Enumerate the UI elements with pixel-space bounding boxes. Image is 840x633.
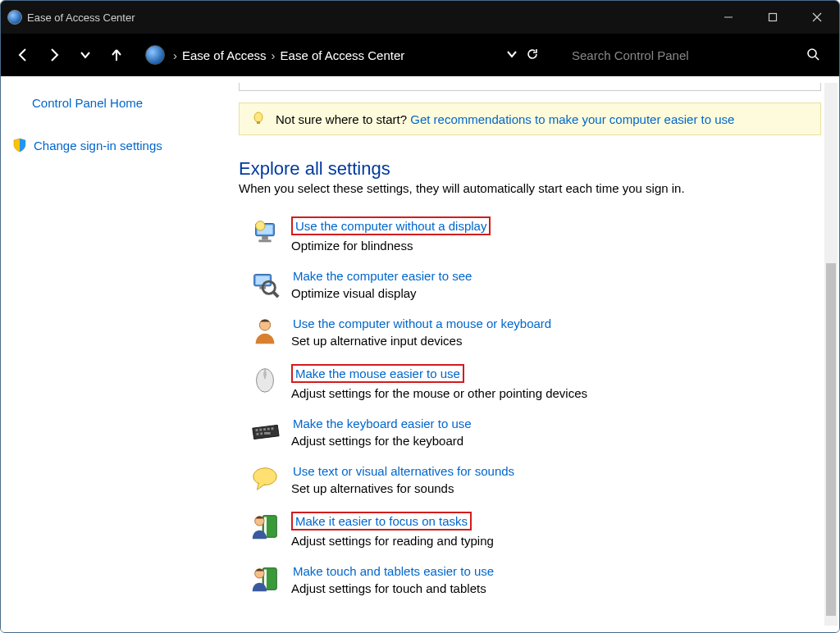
hint-text: Not sure where to start? Get recommendat… (276, 112, 734, 126)
recommendations-bar: Not sure where to start? Get recommendat… (239, 102, 821, 135)
personbook-icon (249, 562, 281, 595)
setting-description: Optimize for blindness (291, 239, 491, 253)
sidebar-home-label: Control Panel Home (32, 96, 143, 110)
setting-text: Make it easier to focus on tasksAdjust s… (291, 510, 494, 548)
svg-rect-7 (257, 121, 260, 124)
setting-description: Adjust settings for reading and typing (291, 534, 494, 548)
setting-description: Set up alternatives for sounds (291, 481, 516, 495)
svg-rect-1 (769, 14, 777, 21)
svg-rect-11 (258, 239, 271, 242)
explore-heading: Explore all settings (239, 158, 821, 180)
sidebar-change-signin-label: Change sign-in settings (34, 139, 162, 153)
setting-link[interactable]: Make the mouse easier to use (291, 364, 464, 383)
setting-link[interactable]: Make it easier to focus on tasks (291, 512, 472, 531)
setting-link[interactable]: Use text or visual alternatives for soun… (291, 464, 516, 478)
search-input[interactable]: Search Control Panel (560, 39, 831, 71)
person-icon (249, 315, 281, 348)
setting-link[interactable]: Use the computer without a display (291, 216, 491, 235)
setting-item: Use the computer without a displayOptimi… (239, 208, 821, 261)
vertical-scrollbar[interactable] (824, 83, 838, 626)
titlebar: Ease of Access Center (1, 1, 839, 34)
back-button[interactable] (9, 41, 37, 69)
setting-link[interactable]: Make touch and tablets easier to use (291, 564, 495, 578)
forward-button[interactable] (40, 41, 68, 69)
lightbulb-icon (251, 112, 266, 126)
minimize-button[interactable] (706, 1, 751, 34)
setting-text: Use the computer without a displayOptimi… (291, 215, 491, 253)
app-icon (7, 10, 22, 25)
setting-link[interactable]: Make the keyboard easier to use (291, 417, 473, 430)
svg-line-5 (815, 57, 819, 60)
svg-point-21 (263, 371, 267, 378)
address-bar[interactable]: › Ease of Access › Ease of Access Center (134, 39, 557, 71)
keyboard-icon (249, 415, 281, 448)
location-icon (145, 45, 165, 65)
address-dropdown-button[interactable] (506, 48, 518, 62)
up-button[interactable] (103, 41, 130, 69)
refresh-button[interactable] (526, 48, 539, 63)
setting-description: Adjust settings for the mouse or other p… (291, 386, 587, 400)
scrollbar-thumb[interactable] (826, 263, 836, 616)
setting-description: Adjust settings for the keyboard (291, 434, 473, 448)
svg-rect-28 (260, 432, 262, 435)
svg-rect-23 (259, 429, 262, 431)
setting-description: Set up alternative input devices (291, 334, 553, 348)
svg-point-12 (256, 221, 265, 230)
setting-text: Make the mouse easier to useAdjust setti… (291, 362, 587, 400)
svg-rect-29 (264, 432, 271, 435)
breadcrumb-ease-of-access[interactable]: Ease of Access (182, 48, 267, 62)
svg-rect-14 (256, 276, 270, 285)
display-icon (249, 215, 281, 248)
svg-rect-27 (257, 433, 259, 435)
sidebar: Control Panel Home Change sign-in settin… (1, 76, 231, 632)
setting-text: Use the computer without a mouse or keyb… (291, 315, 553, 348)
setting-item: Make the computer easier to seeOptimize … (239, 261, 821, 308)
breadcrumb-chevron-icon: › (272, 48, 276, 62)
settings-list: Use the computer without a displayOptimi… (239, 208, 821, 603)
setting-description: Optimize visual display (291, 286, 473, 300)
search-placeholder: Search Control Panel (572, 48, 806, 62)
setting-text: Make touch and tablets easier to useAdju… (291, 562, 495, 595)
setting-item: Make touch and tablets easier to useAdju… (239, 556, 821, 603)
sidebar-change-signin[interactable]: Change sign-in settings (12, 134, 226, 156)
close-button[interactable] (795, 1, 839, 34)
svg-rect-22 (256, 429, 258, 431)
setting-item: Make the mouse easier to useAdjust setti… (239, 356, 821, 408)
search-icon[interactable] (806, 48, 819, 63)
setting-text: Use text or visual alternatives for soun… (291, 462, 516, 495)
personbook-icon (249, 510, 281, 543)
mouse-icon (249, 362, 281, 395)
svg-rect-10 (262, 236, 268, 240)
recent-dropdown-button[interactable] (71, 41, 99, 69)
setting-item: Make the keyboard easier to useAdjust se… (239, 408, 821, 456)
setting-item: Use the computer without a mouse or keyb… (239, 308, 821, 356)
setting-item: Use text or visual alternatives for soun… (239, 456, 821, 503)
navbar: › Ease of Access › Ease of Access Center… (1, 34, 839, 76)
recommendations-link[interactable]: Get recommendations to make your compute… (410, 112, 734, 126)
svg-point-6 (254, 112, 262, 122)
maximize-button[interactable] (751, 1, 795, 34)
svg-point-4 (808, 49, 816, 57)
setting-text: Make the keyboard easier to useAdjust se… (291, 415, 473, 448)
shield-icon (12, 138, 27, 153)
quick-access-box (239, 83, 821, 91)
hint-prefix: Not sure where to start? (276, 112, 410, 126)
setting-text: Make the computer easier to seeOptimize … (291, 267, 473, 300)
svg-point-30 (253, 468, 277, 485)
setting-link[interactable]: Make the computer easier to see (291, 269, 473, 283)
setting-link[interactable]: Use the computer without a mouse or keyb… (291, 316, 553, 330)
svg-line-17 (273, 292, 278, 297)
svg-rect-26 (272, 427, 274, 430)
main-panel: Not sure where to start? Get recommendat… (231, 76, 839, 632)
svg-rect-25 (267, 428, 270, 430)
setting-item: Make it easier to focus on tasksAdjust s… (239, 503, 821, 556)
breadcrumb-chevron-icon: › (173, 48, 177, 62)
content-area: Control Panel Home Change sign-in settin… (1, 76, 839, 632)
window-title: Ease of Access Center (27, 11, 135, 24)
breadcrumb-ease-of-access-center[interactable]: Ease of Access Center (281, 48, 405, 62)
sidebar-control-panel-home[interactable]: Control Panel Home (32, 93, 226, 113)
svg-rect-24 (263, 428, 266, 430)
speech-icon (249, 462, 281, 495)
setting-description: Adjust settings for touch and tablets (291, 581, 495, 595)
explore-subtitle: When you select these settings, they wil… (239, 181, 821, 195)
